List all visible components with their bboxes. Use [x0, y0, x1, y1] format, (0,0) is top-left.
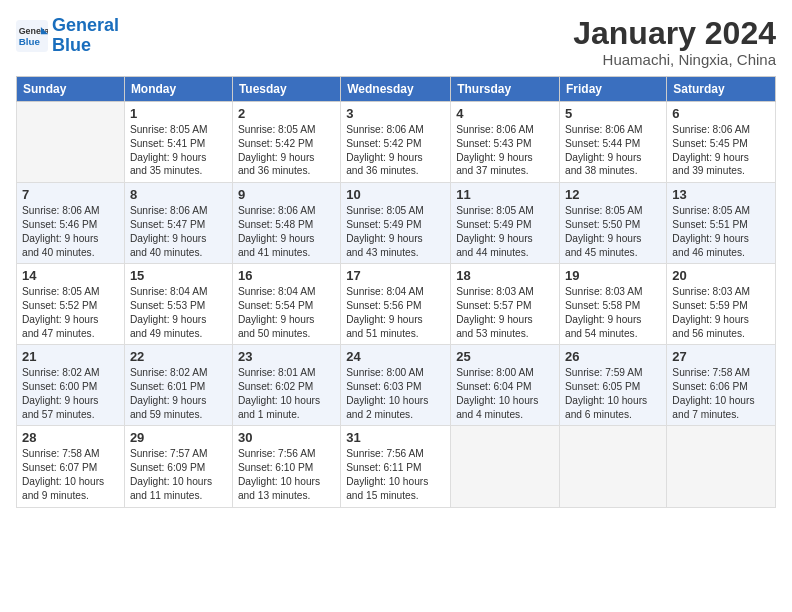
page-title: January 2024 [573, 16, 776, 51]
day-number: 29 [130, 430, 227, 445]
day-info: Sunrise: 8:00 AM Sunset: 6:03 PM Dayligh… [346, 366, 445, 421]
calendar-cell: 24Sunrise: 8:00 AM Sunset: 6:03 PM Dayli… [341, 345, 451, 426]
day-number: 6 [672, 106, 770, 121]
calendar-cell: 31Sunrise: 7:56 AM Sunset: 6:11 PM Dayli… [341, 426, 451, 507]
calendar-cell [667, 426, 776, 507]
day-info: Sunrise: 8:03 AM Sunset: 5:58 PM Dayligh… [565, 285, 661, 340]
day-number: 15 [130, 268, 227, 283]
day-info: Sunrise: 8:06 AM Sunset: 5:48 PM Dayligh… [238, 204, 335, 259]
day-info: Sunrise: 8:06 AM Sunset: 5:47 PM Dayligh… [130, 204, 227, 259]
day-number: 30 [238, 430, 335, 445]
day-number: 26 [565, 349, 661, 364]
day-number: 20 [672, 268, 770, 283]
calendar-table: SundayMondayTuesdayWednesdayThursdayFrid… [16, 76, 776, 507]
calendar-cell: 7Sunrise: 8:06 AM Sunset: 5:46 PM Daylig… [17, 183, 125, 264]
calendar-cell [451, 426, 560, 507]
logo-blue: Blue [52, 35, 91, 55]
day-info: Sunrise: 8:04 AM Sunset: 5:54 PM Dayligh… [238, 285, 335, 340]
calendar-cell: 26Sunrise: 7:59 AM Sunset: 6:05 PM Dayli… [560, 345, 667, 426]
calendar-cell: 17Sunrise: 8:04 AM Sunset: 5:56 PM Dayli… [341, 264, 451, 345]
calendar-cell [17, 102, 125, 183]
svg-text:Blue: Blue [19, 36, 41, 47]
day-number: 11 [456, 187, 554, 202]
calendar-week-row: 28Sunrise: 7:58 AM Sunset: 6:07 PM Dayli… [17, 426, 776, 507]
calendar-header-monday: Monday [124, 77, 232, 102]
calendar-cell: 15Sunrise: 8:04 AM Sunset: 5:53 PM Dayli… [124, 264, 232, 345]
calendar-cell: 2Sunrise: 8:05 AM Sunset: 5:42 PM Daylig… [232, 102, 340, 183]
calendar-cell: 16Sunrise: 8:04 AM Sunset: 5:54 PM Dayli… [232, 264, 340, 345]
day-info: Sunrise: 8:06 AM Sunset: 5:44 PM Dayligh… [565, 123, 661, 178]
calendar-cell: 20Sunrise: 8:03 AM Sunset: 5:59 PM Dayli… [667, 264, 776, 345]
calendar-cell: 21Sunrise: 8:02 AM Sunset: 6:00 PM Dayli… [17, 345, 125, 426]
day-number: 2 [238, 106, 335, 121]
logo: General Blue General Blue [16, 16, 119, 56]
logo-general: General [52, 15, 119, 35]
day-info: Sunrise: 8:02 AM Sunset: 6:00 PM Dayligh… [22, 366, 119, 421]
calendar-week-row: 7Sunrise: 8:06 AM Sunset: 5:46 PM Daylig… [17, 183, 776, 264]
calendar-cell: 6Sunrise: 8:06 AM Sunset: 5:45 PM Daylig… [667, 102, 776, 183]
day-number: 25 [456, 349, 554, 364]
logo-icon: General Blue [16, 20, 48, 52]
day-number: 12 [565, 187, 661, 202]
calendar-header-row: SundayMondayTuesdayWednesdayThursdayFrid… [17, 77, 776, 102]
calendar-cell: 9Sunrise: 8:06 AM Sunset: 5:48 PM Daylig… [232, 183, 340, 264]
day-number: 21 [22, 349, 119, 364]
day-number: 23 [238, 349, 335, 364]
page-subtitle: Huamachi, Ningxia, China [573, 51, 776, 68]
day-info: Sunrise: 8:01 AM Sunset: 6:02 PM Dayligh… [238, 366, 335, 421]
day-info: Sunrise: 8:05 AM Sunset: 5:42 PM Dayligh… [238, 123, 335, 178]
day-info: Sunrise: 8:04 AM Sunset: 5:53 PM Dayligh… [130, 285, 227, 340]
calendar-cell: 18Sunrise: 8:03 AM Sunset: 5:57 PM Dayli… [451, 264, 560, 345]
calendar-cell: 1Sunrise: 8:05 AM Sunset: 5:41 PM Daylig… [124, 102, 232, 183]
day-info: Sunrise: 8:05 AM Sunset: 5:50 PM Dayligh… [565, 204, 661, 259]
day-info: Sunrise: 8:05 AM Sunset: 5:49 PM Dayligh… [346, 204, 445, 259]
calendar-cell: 10Sunrise: 8:05 AM Sunset: 5:49 PM Dayli… [341, 183, 451, 264]
day-number: 19 [565, 268, 661, 283]
calendar-cell: 29Sunrise: 7:57 AM Sunset: 6:09 PM Dayli… [124, 426, 232, 507]
day-number: 1 [130, 106, 227, 121]
calendar-cell: 12Sunrise: 8:05 AM Sunset: 5:50 PM Dayli… [560, 183, 667, 264]
day-number: 22 [130, 349, 227, 364]
calendar-header-saturday: Saturday [667, 77, 776, 102]
calendar-cell: 5Sunrise: 8:06 AM Sunset: 5:44 PM Daylig… [560, 102, 667, 183]
day-number: 27 [672, 349, 770, 364]
day-info: Sunrise: 8:06 AM Sunset: 5:45 PM Dayligh… [672, 123, 770, 178]
day-info: Sunrise: 7:56 AM Sunset: 6:10 PM Dayligh… [238, 447, 335, 502]
calendar-cell: 25Sunrise: 8:00 AM Sunset: 6:04 PM Dayli… [451, 345, 560, 426]
day-info: Sunrise: 8:03 AM Sunset: 5:57 PM Dayligh… [456, 285, 554, 340]
calendar-header-friday: Friday [560, 77, 667, 102]
day-info: Sunrise: 7:58 AM Sunset: 6:06 PM Dayligh… [672, 366, 770, 421]
calendar-cell: 19Sunrise: 8:03 AM Sunset: 5:58 PM Dayli… [560, 264, 667, 345]
day-number: 8 [130, 187, 227, 202]
day-info: Sunrise: 8:02 AM Sunset: 6:01 PM Dayligh… [130, 366, 227, 421]
logo-text: General Blue [52, 16, 119, 56]
day-info: Sunrise: 7:56 AM Sunset: 6:11 PM Dayligh… [346, 447, 445, 502]
calendar-header-wednesday: Wednesday [341, 77, 451, 102]
calendar-week-row: 14Sunrise: 8:05 AM Sunset: 5:52 PM Dayli… [17, 264, 776, 345]
day-info: Sunrise: 7:57 AM Sunset: 6:09 PM Dayligh… [130, 447, 227, 502]
calendar-cell: 23Sunrise: 8:01 AM Sunset: 6:02 PM Dayli… [232, 345, 340, 426]
calendar-cell: 22Sunrise: 8:02 AM Sunset: 6:01 PM Dayli… [124, 345, 232, 426]
day-number: 17 [346, 268, 445, 283]
day-number: 16 [238, 268, 335, 283]
day-number: 3 [346, 106, 445, 121]
day-number: 13 [672, 187, 770, 202]
day-number: 4 [456, 106, 554, 121]
day-info: Sunrise: 8:04 AM Sunset: 5:56 PM Dayligh… [346, 285, 445, 340]
day-info: Sunrise: 8:05 AM Sunset: 5:51 PM Dayligh… [672, 204, 770, 259]
day-number: 10 [346, 187, 445, 202]
day-info: Sunrise: 8:06 AM Sunset: 5:42 PM Dayligh… [346, 123, 445, 178]
day-number: 31 [346, 430, 445, 445]
day-info: Sunrise: 8:03 AM Sunset: 5:59 PM Dayligh… [672, 285, 770, 340]
calendar-cell: 14Sunrise: 8:05 AM Sunset: 5:52 PM Dayli… [17, 264, 125, 345]
day-number: 18 [456, 268, 554, 283]
day-number: 5 [565, 106, 661, 121]
calendar-cell: 4Sunrise: 8:06 AM Sunset: 5:43 PM Daylig… [451, 102, 560, 183]
title-block: January 2024 Huamachi, Ningxia, China [573, 16, 776, 68]
day-number: 14 [22, 268, 119, 283]
day-info: Sunrise: 7:58 AM Sunset: 6:07 PM Dayligh… [22, 447, 119, 502]
day-number: 9 [238, 187, 335, 202]
calendar-cell [560, 426, 667, 507]
day-info: Sunrise: 8:06 AM Sunset: 5:43 PM Dayligh… [456, 123, 554, 178]
calendar-week-row: 21Sunrise: 8:02 AM Sunset: 6:00 PM Dayli… [17, 345, 776, 426]
